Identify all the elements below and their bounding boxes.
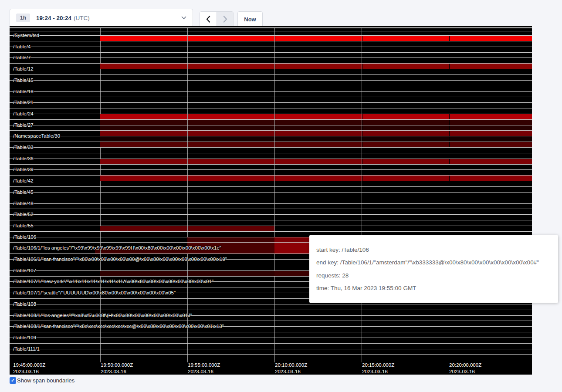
span-boundary-line: [10, 31, 532, 31]
heatmap-band: [450, 36, 532, 41]
time-gridline: [362, 27, 362, 362]
show-span-boundaries-label: Show span boundaries: [17, 377, 74, 384]
tick-time: 20:20:00.000Z: [449, 362, 481, 368]
span-boundary-line: [10, 74, 532, 75]
heatmap-band: [188, 226, 274, 231]
span-boundary-line: [10, 321, 532, 321]
time-range-select[interactable]: 1h 19:24 - 20:24 (UTC): [10, 9, 193, 27]
toolbar: 1h 19:24 - 20:24 (UTC) Now: [0, 0, 562, 26]
heatmap-band: [100, 142, 187, 147]
heatmap-band: [450, 114, 532, 119]
tooltip-requests: requests: 28: [316, 272, 551, 279]
heatmap-band: [362, 159, 449, 164]
tick-time: 20:15:00.000Z: [362, 362, 394, 368]
span-label: /Table/21: [13, 100, 34, 105]
heatmap-band: [362, 36, 449, 41]
tooltip-start-key: start key: /Table/106: [316, 247, 551, 253]
span-boundary-line: [10, 310, 532, 310]
time-axis-tick: 20:15:00.000Z2023-03-16: [362, 362, 394, 375]
heatmap-band: [362, 114, 449, 119]
span-tooltip: start key: /Table/106 end key: /Table/10…: [309, 235, 558, 303]
span-boundary-line: [10, 343, 532, 344]
span-boundary-line: [10, 304, 532, 304]
heatmap-band: [275, 36, 362, 41]
span-label: /Table/107/1/"seattle"/"UUUUUUD\x00\x80\…: [13, 290, 176, 295]
span-label: /Table/106/1/"los angeles"/"\x99\x99\x99…: [13, 245, 221, 250]
heatmap-band: [100, 64, 187, 69]
heatmap-band: [188, 120, 274, 125]
time-axis-tick: 20:10:00.000Z2023-03-16: [275, 362, 307, 375]
span-label: /Table/12: [13, 66, 34, 71]
heatmap-band: [100, 36, 187, 41]
time-axis-tick: 19:55:00.000Z2023-03-16: [188, 362, 220, 375]
heatmap-band: [450, 142, 532, 147]
span-label: /Table/106/1/"san francisco"/"\x80\x00\x…: [13, 257, 227, 262]
span-boundary-line: [10, 214, 532, 215]
span-boundary-line: [10, 332, 532, 332]
time-axis-tick: 19:50:00.000Z2023-03-16: [101, 362, 133, 375]
span-label: /Table/108/1/"san francisco"/"\x8c\xcc\x…: [13, 324, 224, 329]
span-label: /Table/108/1/"los angeles"/"\xa8\xf5\u00…: [13, 313, 192, 318]
span-label: /NamespaceTable/30: [13, 133, 60, 139]
heatmap-band: [450, 131, 532, 136]
heatmap-band: [450, 120, 532, 125]
heatmap-band: [275, 142, 362, 147]
span-boundary-line: [10, 164, 532, 165]
heatmap-band: [100, 226, 187, 231]
span-boundary-line: [10, 91, 532, 92]
tick-date: 2023-03-16: [362, 368, 394, 375]
heatmap-band: [450, 176, 532, 181]
heatmap-band: [188, 64, 274, 69]
tick-time: 19:55:00.000Z: [188, 362, 220, 368]
span-label: /Table/48: [13, 201, 34, 206]
time-axis-tick: 19:45:00.000Z2023-03-16: [13, 362, 45, 375]
heatmap-band: [275, 131, 362, 136]
span-boundary-line: [10, 47, 532, 47]
span-boundary-line: [10, 186, 532, 187]
key-visualizer-canvas[interactable]: /System/tsd/Table/4/Table/7/Table/12/Tab…: [10, 26, 532, 375]
timezone-label: (UTC): [74, 15, 90, 21]
chevron-down-icon: [181, 16, 186, 20]
span-label: /Table/24: [13, 111, 34, 116]
show-span-boundaries-checkbox[interactable]: ✓: [10, 377, 16, 384]
tick-time: 19:50:00.000Z: [101, 362, 133, 368]
span-label: /Table/33: [13, 145, 34, 150]
span-boundary-line: [10, 57, 532, 58]
heatmap-band: [188, 159, 274, 164]
tooltip-end-key: end key: /Table/106/1/"amsterdam"/"\xb33…: [316, 259, 551, 266]
heatmap-band: [188, 136, 274, 142]
span-boundary-line: [10, 108, 532, 108]
span-boundary-line: [10, 198, 532, 198]
heatmap-band: [100, 271, 187, 276]
span-boundary-line: [10, 209, 532, 209]
heatmap-band: [188, 271, 274, 276]
heatmap-band: [450, 159, 532, 164]
next-time-button[interactable]: [217, 12, 233, 28]
span-label: /Table/107/1/"new york"/"\x11\x11\x11\x1…: [13, 279, 213, 284]
span-label: /Table/7: [13, 55, 30, 60]
span-boundary-line: [10, 169, 532, 170]
time-range-label: 19:24 - 20:24: [36, 15, 71, 21]
span-boundary-line: [10, 181, 532, 181]
span-label: /Table/107: [13, 268, 36, 273]
span-boundary-line: [10, 52, 532, 53]
heatmap-band: [362, 131, 449, 136]
show-span-boundaries-row: ✓ Show span boundaries: [10, 377, 74, 384]
span-label: /Table/52: [13, 212, 34, 217]
span-label: /Table/27: [13, 122, 34, 128]
span-boundary-line: [10, 147, 532, 148]
heatmap-band: [275, 136, 362, 142]
heatmap-band: [362, 136, 449, 142]
prev-time-button[interactable]: [200, 12, 217, 28]
heatmap-band: [362, 142, 449, 147]
heatmap-band: [100, 120, 187, 125]
span-boundary-line: [10, 231, 532, 232]
heatmap-band: [450, 64, 532, 69]
tick-date: 2023-03-16: [13, 368, 45, 375]
span-label: /Table/42: [13, 178, 34, 183]
span-label: /System/tsd: [13, 33, 39, 38]
now-button[interactable]: Now: [237, 11, 263, 27]
heatmap-band: [275, 114, 362, 119]
heatmap-band: [362, 125, 449, 131]
tick-date: 2023-03-16: [449, 368, 481, 375]
